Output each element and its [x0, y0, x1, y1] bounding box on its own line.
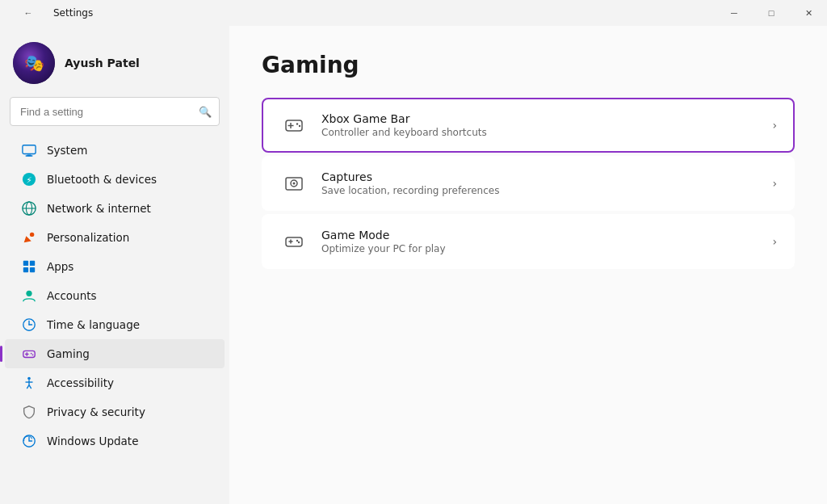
sidebar-item-accessibility[interactable]: Accessibility	[5, 368, 225, 397]
sidebar-item-system[interactable]: System	[5, 136, 225, 165]
settings-item-captures[interactable]: Captures Save location, recording prefer…	[262, 156, 795, 211]
nav-label-bluetooth: Bluetooth & devices	[47, 173, 157, 186]
nav-icon-windows-update	[21, 433, 37, 449]
search-box: 🔍	[10, 97, 220, 126]
svg-point-35	[293, 183, 296, 185]
svg-rect-9	[23, 261, 28, 266]
svg-point-37	[296, 240, 298, 242]
sidebar-item-personalization[interactable]: Personalization	[5, 223, 225, 252]
settings-item-text-captures: Captures Save location, recording prefer…	[321, 170, 766, 196]
main-content: Gaming Xbox Game Bar Controller and keyb…	[229, 26, 827, 504]
nav-label-accounts: Accounts	[47, 289, 97, 302]
avatar: 🎭	[13, 42, 55, 84]
svg-rect-0	[23, 145, 36, 154]
svg-rect-2	[26, 155, 33, 156]
settings-icon-captures	[279, 169, 309, 198]
sidebar-item-windows-update[interactable]: Windows Update	[5, 426, 225, 456]
svg-point-21	[32, 354, 34, 355]
titlebar-title: Settings	[53, 7, 93, 19]
nav-icon-privacy	[21, 404, 37, 420]
sidebar-item-apps[interactable]: Apps	[5, 252, 225, 281]
svg-line-25	[27, 385, 29, 389]
search-input[interactable]	[10, 97, 220, 126]
sidebar: 🎭 Ayush Patel 🔍 System ⚡ Bluetooth & dev…	[0, 26, 229, 504]
titlebar-left: ← Settings	[10, 0, 93, 26]
nav-icon-bluetooth: ⚡	[21, 171, 37, 187]
chevron-right-icon-captures: ›	[772, 177, 777, 190]
svg-rect-12	[30, 267, 35, 272]
sidebar-item-bluetooth[interactable]: ⚡ Bluetooth & devices	[5, 165, 225, 194]
chevron-right-icon-game-mode: ›	[772, 235, 777, 248]
chevron-right-icon-xbox-game-bar: ›	[772, 119, 777, 132]
svg-point-8	[30, 233, 34, 237]
nav-icon-apps	[21, 258, 37, 275]
nav-label-network: Network & internet	[47, 202, 151, 215]
search-icon: 🔍	[199, 106, 212, 118]
titlebar-controls: ─ □ ✕	[716, 0, 827, 26]
settings-icon-game-mode	[279, 227, 309, 256]
svg-rect-17	[23, 351, 35, 357]
nav-icon-personalization	[21, 229, 37, 246]
settings-icon-xbox-game-bar	[279, 111, 309, 140]
settings-item-subtitle-game-mode: Optimize your PC for play	[321, 243, 766, 254]
nav-label-personalization: Personalization	[47, 231, 129, 244]
nav-icon-accessibility	[21, 375, 37, 391]
nav-label-system: System	[47, 144, 87, 157]
nav-icon-network	[21, 200, 37, 216]
nav-label-apps: Apps	[47, 260, 73, 273]
nav-label-accessibility: Accessibility	[47, 376, 114, 389]
minimize-button[interactable]: ─	[716, 0, 753, 26]
svg-line-26	[29, 385, 31, 389]
settings-item-title-game-mode: Game Mode	[321, 229, 766, 242]
nav-label-time: Time & language	[47, 318, 140, 331]
sidebar-item-network[interactable]: Network & internet	[5, 194, 225, 223]
svg-point-32	[299, 125, 300, 127]
svg-rect-10	[30, 261, 35, 266]
svg-point-20	[31, 353, 32, 355]
settings-item-title-xbox-game-bar: Xbox Game Bar	[321, 112, 766, 125]
svg-point-13	[26, 291, 31, 296]
svg-point-31	[296, 123, 298, 124]
page-title: Gaming	[262, 52, 795, 78]
svg-text:⚡: ⚡	[26, 175, 32, 186]
back-button[interactable]: ←	[10, 0, 47, 26]
sidebar-item-accounts[interactable]: Accounts	[5, 281, 225, 310]
nav-icon-accounts	[21, 288, 37, 304]
svg-point-38	[298, 242, 300, 243]
settings-item-text-xbox-game-bar: Xbox Game Bar Controller and keyboard sh…	[321, 112, 766, 138]
settings-item-subtitle-captures: Save location, recording preferences	[321, 185, 766, 196]
nav-icon-gaming	[21, 346, 37, 362]
settings-item-game-mode[interactable]: Game Mode Optimize your PC for play ›	[262, 214, 795, 269]
svg-point-22	[27, 377, 31, 380]
nav-label-windows-update: Windows Update	[47, 435, 138, 447]
maximize-button[interactable]: □	[753, 0, 790, 26]
user-name: Ayush Patel	[65, 57, 140, 69]
settings-item-title-captures: Captures	[321, 170, 766, 183]
nav-label-privacy: Privacy & security	[47, 405, 145, 418]
sidebar-item-gaming[interactable]: Gaming	[5, 339, 225, 368]
close-button[interactable]: ✕	[790, 0, 827, 26]
sidebar-item-time[interactable]: Time & language	[5, 310, 225, 339]
settings-item-xbox-game-bar[interactable]: Xbox Game Bar Controller and keyboard sh…	[262, 98, 795, 153]
nav-icon-system	[21, 142, 37, 158]
nav-list: System ⚡ Bluetooth & devices Network & i…	[0, 132, 229, 459]
settings-item-text-game-mode: Game Mode Optimize your PC for play	[321, 229, 766, 254]
titlebar: ← Settings ─ □ ✕	[0, 0, 827, 26]
app-body: 🎭 Ayush Patel 🔍 System ⚡ Bluetooth & dev…	[0, 26, 827, 504]
svg-rect-11	[23, 267, 28, 272]
settings-item-subtitle-xbox-game-bar: Controller and keyboard shortcuts	[321, 127, 766, 138]
settings-list: Xbox Game Bar Controller and keyboard sh…	[262, 98, 795, 269]
avatar-image: 🎭	[13, 42, 55, 84]
sidebar-item-privacy[interactable]: Privacy & security	[5, 397, 225, 426]
nav-label-gaming: Gaming	[47, 347, 90, 360]
user-section: 🎭 Ayush Patel	[0, 26, 229, 97]
nav-icon-time	[21, 317, 37, 333]
